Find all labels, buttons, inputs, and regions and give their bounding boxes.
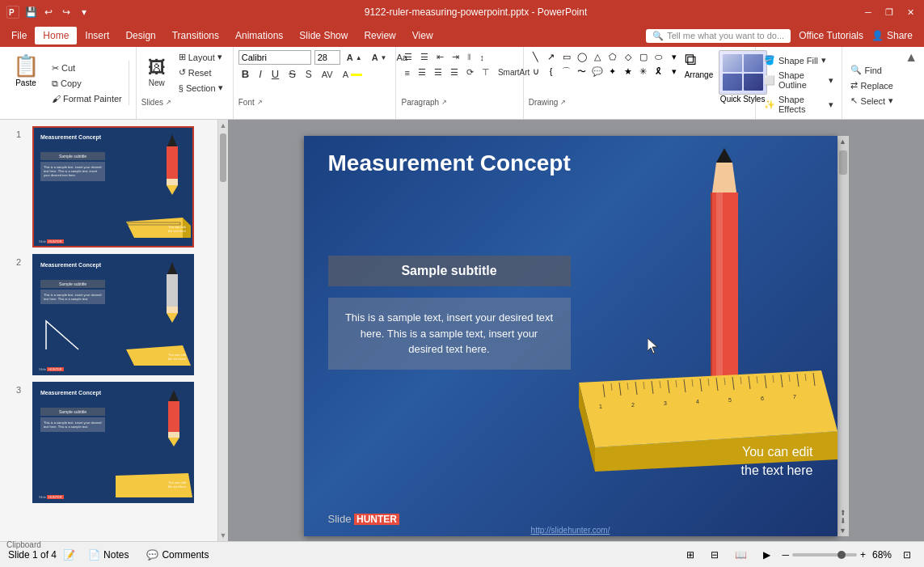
canvas-scroll-down[interactable]: ▼ xyxy=(839,527,846,535)
restore-button[interactable]: ❐ xyxy=(882,5,897,19)
align-center-button[interactable]: ☰ xyxy=(415,66,429,79)
format-painter-button[interactable]: 🖌 Format Painter xyxy=(49,92,125,105)
decrease-font-button[interactable]: A▼ xyxy=(369,51,390,64)
menu-view[interactable]: View xyxy=(404,27,441,44)
shape-arc[interactable]: ⌒ xyxy=(559,65,574,78)
canvas-scroll-up[interactable]: ▲ xyxy=(839,138,846,146)
paste-button[interactable]: 📋 Paste xyxy=(6,50,45,91)
shape-star5[interactable]: ★ xyxy=(621,65,635,78)
slide-thumbnail-3[interactable]: Measurement Concept Sample subtitle This… xyxy=(32,382,194,503)
align-right-button[interactable]: ☰ xyxy=(431,66,445,79)
shape-callout[interactable]: 💬 xyxy=(590,65,605,78)
menu-slideshow[interactable]: Slide Show xyxy=(291,27,356,44)
select-dropdown[interactable]: ▾ xyxy=(888,95,893,106)
layout-button[interactable]: ⊞ Layout ▾ xyxy=(175,50,226,64)
notes-icon-status[interactable]: 📝 xyxy=(63,549,75,561)
shape-fill-button[interactable]: 🪣 Shape Fill ▾ xyxy=(761,53,837,67)
line-spacing-button[interactable]: ↕ xyxy=(476,51,487,64)
slide-panel-scrollbar[interactable]: ▲ ▼ xyxy=(218,120,228,541)
shape-cylinder[interactable]: ⬭ xyxy=(652,50,666,63)
reset-button[interactable]: ↺ Reset xyxy=(175,66,226,79)
zoom-slider[interactable]: ─ + xyxy=(782,549,866,561)
comments-button[interactable]: 💬 Comments xyxy=(141,548,213,562)
indent-more-button[interactable]: ⇥ xyxy=(449,50,462,64)
canvas-scroll-thumb[interactable] xyxy=(839,150,847,175)
italic-button[interactable]: I xyxy=(255,66,265,82)
shape-round-rect[interactable]: ▢ xyxy=(636,50,651,63)
replace-button[interactable]: ⇄ Replace xyxy=(847,78,897,92)
menu-home[interactable]: Home xyxy=(35,27,77,44)
bold-button[interactable]: B xyxy=(238,66,252,82)
text-direction-button[interactable]: ⟳ xyxy=(463,66,477,79)
shape-outline-dropdown[interactable]: ▾ xyxy=(829,75,833,86)
reading-view-button[interactable]: 📖 xyxy=(730,548,752,562)
customize-icon[interactable]: ▾ xyxy=(78,6,91,19)
strikethrough-button[interactable]: S xyxy=(285,66,299,82)
align-text-button[interactable]: ⊤ xyxy=(479,66,493,79)
spacing-button[interactable]: AV xyxy=(319,68,336,81)
shape-curve[interactable]: ∪ xyxy=(529,65,543,78)
canvas-vertical-scrollbar[interactable]: ▲ ⬆ ⬇ ▼ xyxy=(838,136,849,536)
ribbon-collapse-button[interactable]: ▲ xyxy=(901,47,921,119)
share-button[interactable]: 👤 Share xyxy=(863,27,921,44)
slideshow-button[interactable]: ▶ xyxy=(758,548,775,562)
copy-button[interactable]: ⧉ Copy xyxy=(49,77,125,91)
shape-arrow[interactable]: ↗ xyxy=(544,50,559,63)
text-shadow-button[interactable]: S xyxy=(302,67,315,82)
slide-body-text[interactable]: This is a sample text, insert your desir… xyxy=(328,298,571,370)
menu-insert[interactable]: Insert xyxy=(77,27,117,44)
zoom-thumb[interactable] xyxy=(838,551,846,559)
zoom-in-icon[interactable]: + xyxy=(860,549,866,561)
notes-button[interactable]: 📄 Notes xyxy=(83,548,133,562)
numbered-button[interactable]: ☰ xyxy=(417,50,432,64)
slide-sorter-button[interactable]: ⊟ xyxy=(706,548,724,562)
slide-url[interactable]: http://slidehunter.com/ xyxy=(531,526,610,535)
close-button[interactable]: ✕ xyxy=(903,5,918,19)
canvas-scroll-bottom-btn[interactable]: ⬇ xyxy=(840,517,846,525)
shape-pentagon[interactable]: ⬠ xyxy=(605,50,620,63)
shape-star4[interactable]: ✦ xyxy=(605,65,620,78)
menu-review[interactable]: Review xyxy=(356,27,403,44)
shape-line[interactable]: ╲ xyxy=(529,50,543,63)
shape-effects-button[interactable]: ✨ Shape Effects ▾ xyxy=(761,93,837,116)
zoom-out-icon[interactable]: ─ xyxy=(782,549,789,561)
align-left-button[interactable]: ≡ xyxy=(401,66,412,79)
fit-slide-button[interactable]: ⊡ xyxy=(898,548,916,562)
select-button[interactable]: ↖ Select ▾ xyxy=(847,94,897,108)
font-expand-icon[interactable]: ↗ xyxy=(257,99,263,106)
font-color-button[interactable]: A xyxy=(340,68,365,81)
justify-button[interactable]: ☰ xyxy=(447,66,462,79)
menu-file[interactable]: File xyxy=(3,27,35,44)
bullets-button[interactable]: ☰ xyxy=(401,50,416,64)
shape-oval[interactable]: ◯ xyxy=(575,50,589,63)
zoom-track[interactable] xyxy=(792,553,857,556)
shape-star8[interactable]: ✳ xyxy=(636,65,651,78)
scroll-up-arrow[interactable]: ▲ xyxy=(220,121,227,129)
shape-diamond[interactable]: ◇ xyxy=(621,50,635,63)
find-button[interactable]: 🔍 Find xyxy=(847,63,897,77)
slide-title[interactable]: Measurement Concept xyxy=(328,150,571,176)
menu-design[interactable]: Design xyxy=(117,27,163,44)
shape-more[interactable]: ▾ xyxy=(667,50,681,63)
shape-down[interactable]: ▾ xyxy=(667,65,681,78)
shape-triangle[interactable]: △ xyxy=(590,50,605,63)
normal-view-button[interactable]: ⊞ xyxy=(681,548,699,562)
shape-brace[interactable]: { xyxy=(544,65,559,78)
menu-animations[interactable]: Animations xyxy=(227,27,291,44)
shape-fill-dropdown[interactable]: ▾ xyxy=(821,55,826,66)
drawing-expand-icon[interactable]: ↗ xyxy=(560,99,566,106)
slide-thumbnail-2[interactable]: Measurement Concept Sample subtitle This… xyxy=(32,254,194,375)
scroll-down-arrow[interactable]: ▼ xyxy=(220,531,227,539)
paragraph-expand-icon[interactable]: ↗ xyxy=(441,99,447,106)
columns-button[interactable]: ⫴ xyxy=(464,50,475,64)
shape-rect[interactable]: ▭ xyxy=(559,50,574,63)
slide-subtitle-box[interactable]: Sample subtitle xyxy=(328,256,571,286)
tell-me-search[interactable]: 🔍 Tell me what you want to do... xyxy=(646,29,791,43)
cut-button[interactable]: ✂ Cut xyxy=(49,61,125,75)
save-quickaccess-icon[interactable]: 💾 xyxy=(24,6,37,19)
shape-ribbon[interactable]: 🎗 xyxy=(652,65,666,78)
redo-icon[interactable]: ↪ xyxy=(60,6,73,19)
new-slide-button[interactable]: 🖼 New xyxy=(141,55,172,90)
scroll-thumb[interactable] xyxy=(220,133,226,182)
section-button[interactable]: § Section ▾ xyxy=(175,81,226,95)
